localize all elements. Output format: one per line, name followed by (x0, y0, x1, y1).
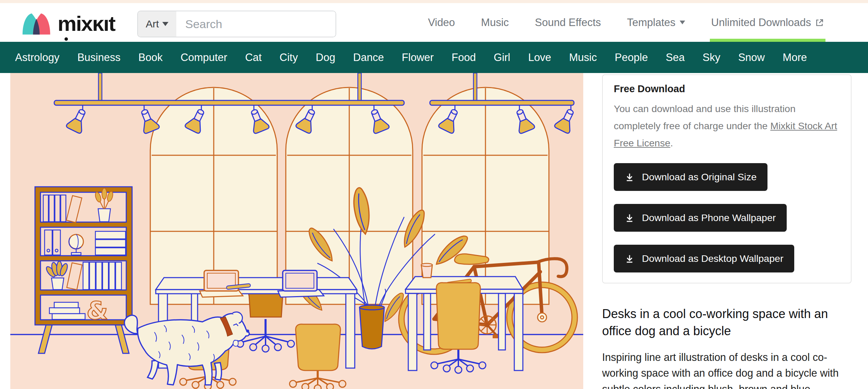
promo-strip (0, 0, 868, 3)
nav-unlimited-downloads[interactable]: Unlimited Downloads (711, 3, 824, 42)
download-icon (625, 172, 634, 182)
category-food[interactable]: Food (451, 51, 476, 64)
category-dance[interactable]: Dance (353, 51, 384, 64)
download-phone-wallpaper-button[interactable]: Download as Phone Wallpaper (614, 204, 787, 232)
chevron-down-icon (680, 21, 685, 24)
search-category-label: Art (146, 18, 159, 30)
category-computer[interactable]: Computer (180, 51, 227, 64)
nav-templates[interactable]: Templates (627, 3, 685, 42)
category-astrology[interactable]: Astrology (15, 51, 59, 64)
category-business[interactable]: Business (77, 51, 120, 64)
logo-dot (64, 37, 68, 41)
mixkit-logo[interactable]: mixĸıt (20, 11, 115, 37)
category-girl[interactable]: Girl (494, 51, 510, 64)
mixkit-logo-text: mixĸıt (58, 13, 115, 34)
nav-sound-effects[interactable]: Sound Effects (535, 3, 601, 42)
artwork-preview-illustration: & (10, 73, 583, 389)
search-bar: Art (137, 11, 336, 37)
nav-music[interactable]: Music (481, 3, 509, 42)
category-people[interactable]: People (615, 51, 648, 64)
laptop-orange (200, 270, 243, 297)
download-sidebar: Free Download You can download and use t… (602, 74, 852, 389)
external-link-icon (815, 18, 824, 27)
category-snow[interactable]: Snow (738, 51, 765, 64)
site-header: mixĸıt Art Video Music Sound Effects Tem… (0, 3, 868, 42)
laptop-blue (278, 270, 324, 297)
nav-video[interactable]: Video (428, 3, 455, 42)
ampersand-ornament: & (86, 296, 108, 325)
artwork-description: Inspiring line art illustration of desks… (602, 349, 852, 389)
category-love[interactable]: Love (528, 51, 551, 64)
category-dog[interactable]: Dog (316, 51, 335, 64)
top-navigation: Video Music Sound Effects Templates Unli… (428, 3, 824, 42)
download-desktop-wallpaper-button[interactable]: Download as Desktop Wallpaper (614, 245, 794, 272)
category-book[interactable]: Book (138, 51, 163, 64)
search-input[interactable] (176, 11, 336, 37)
mixkit-logo-mark (20, 11, 53, 37)
artwork-title: Desks in a cool co-working space with an… (602, 305, 852, 339)
category-cat[interactable]: Cat (245, 51, 261, 64)
license-text: You can download and use this illustrati… (614, 100, 840, 151)
free-download-card: Free Download You can download and use t… (602, 74, 852, 283)
category-sea[interactable]: Sea (666, 51, 685, 64)
category-city[interactable]: City (280, 51, 298, 64)
chevron-down-icon (162, 22, 168, 26)
download-original-button[interactable]: Download as Original Size (614, 163, 767, 191)
download-icon (625, 213, 634, 223)
free-download-heading: Free Download (614, 83, 840, 95)
category-bar: Astrology Business Book Computer Cat Cit… (0, 42, 868, 73)
category-sky[interactable]: Sky (703, 51, 720, 64)
category-more[interactable]: More (783, 51, 807, 64)
download-icon (625, 254, 634, 264)
category-flower[interactable]: Flower (402, 51, 434, 64)
plant-pot (360, 305, 384, 349)
category-music[interactable]: Music (569, 51, 597, 64)
search-category-dropdown[interactable]: Art (138, 11, 176, 37)
